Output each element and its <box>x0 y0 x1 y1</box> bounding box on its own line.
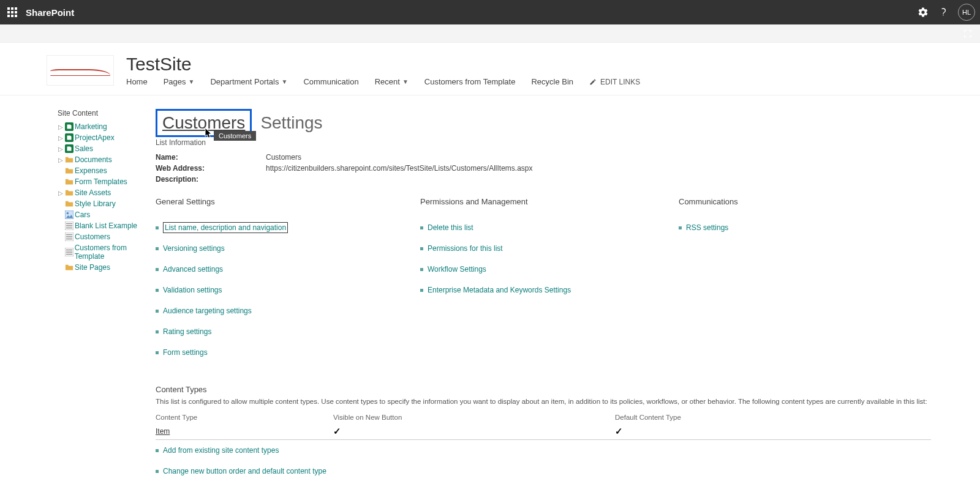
ct-col-content-type: Content Type <box>156 411 333 423</box>
tree-item-site-assets[interactable]: ▷Site Assets <box>58 187 156 198</box>
svg-rect-3 <box>7 11 10 13</box>
svg-rect-15 <box>66 223 73 225</box>
content-types-table: Content Type Visible on New Button Defau… <box>156 411 931 440</box>
nav-customers-from-template[interactable]: Customers from Template <box>424 77 516 86</box>
permissions-management-column: Permissions and Management Delete this l… <box>420 197 659 363</box>
content-types-heading: Content Types <box>156 385 931 394</box>
link-enterprise-metadata-keywords[interactable]: Enterprise Metadata and Keywords Setting… <box>428 286 571 294</box>
site-icon <box>65 144 74 153</box>
link-delete-this-list[interactable]: Delete this list <box>428 223 473 232</box>
nav-communication[interactable]: Communication <box>303 77 358 86</box>
link-change-new-button-order[interactable]: Change new button order and default cont… <box>163 467 326 475</box>
nav-recycle-bin[interactable]: Recycle Bin <box>531 77 573 86</box>
link-add-from-existing-content-types[interactable]: Add from existing site content types <box>163 446 279 455</box>
list-info-table: Name: Customers Web Address: https://cit… <box>156 152 931 185</box>
help-icon[interactable] <box>938 7 948 17</box>
link-rating-settings[interactable]: Rating settings <box>163 327 211 336</box>
tree-item-projectapex[interactable]: ▷ProjectApex <box>58 132 156 143</box>
page-title: Customers Settings <box>156 109 931 137</box>
tree-item-cars[interactable]: Cars <box>58 209 156 220</box>
svg-rect-6 <box>7 15 10 17</box>
site-icon <box>65 122 74 131</box>
app-launcher-icon[interactable] <box>5 5 20 20</box>
folder-icon <box>65 199 74 208</box>
info-description-label: Description: <box>156 175 266 184</box>
link-advanced-settings[interactable]: Advanced settings <box>163 265 223 274</box>
tree-item-sales[interactable]: ▷Sales <box>58 143 156 154</box>
svg-rect-4 <box>11 11 13 13</box>
folder-icon <box>65 263 74 272</box>
chevron-down-icon: ▼ <box>402 78 409 85</box>
link-list-name-description-navigation[interactable]: List name, description and navigation <box>163 222 288 233</box>
site-title[interactable]: TestSite <box>126 54 640 75</box>
site-icon <box>65 133 74 142</box>
expand-caret-icon[interactable]: ▷ <box>58 157 64 163</box>
nav-pages-label: Pages <box>164 77 186 86</box>
communications-column: Communications RSS settings <box>679 197 738 363</box>
svg-rect-16 <box>66 225 73 226</box>
content-types-description: This list is configured to allow multipl… <box>156 398 931 405</box>
svg-rect-20 <box>66 236 73 237</box>
top-nav: Home Pages▼ Department Portals▼ Communic… <box>126 77 640 86</box>
site-logo[interactable] <box>47 55 114 86</box>
nav-home[interactable]: Home <box>126 77 148 86</box>
tree-item-form-templates[interactable]: Form Templates <box>58 176 156 187</box>
suite-bar: SharePoint HL <box>0 0 980 24</box>
nav-department-portals[interactable]: Department Portals▼ <box>210 77 287 86</box>
tree-item-site-pages[interactable]: Site Pages <box>58 262 156 273</box>
info-name-label: Name: <box>156 153 266 162</box>
content-type-row: Item ✓ ✓ <box>156 423 931 440</box>
tree-item-documents[interactable]: ▷Documents <box>58 154 156 165</box>
suite-bar-right: HL <box>918 4 975 21</box>
avatar[interactable]: HL <box>958 4 975 21</box>
list-icon <box>65 222 74 230</box>
link-workflow-settings[interactable]: Workflow Settings <box>428 265 486 274</box>
tree-title: Site Content <box>58 109 156 117</box>
svg-rect-21 <box>66 239 73 240</box>
nav-recent[interactable]: Recent▼ <box>375 77 409 86</box>
svg-point-13 <box>67 212 69 215</box>
ct-col-default: Default Content Type <box>615 411 931 423</box>
svg-rect-17 <box>66 228 73 229</box>
edit-links-label: EDIT LINKS <box>600 78 640 86</box>
nav-pages[interactable]: Pages▼ <box>164 77 195 86</box>
tree-item-customers-from-template[interactable]: Customers from Template <box>58 242 156 262</box>
edit-links-button[interactable]: EDIT LINKS <box>589 78 640 86</box>
tree-item-marketing[interactable]: ▷Marketing <box>58 121 156 132</box>
svg-rect-5 <box>15 11 17 13</box>
link-permissions-for-this-list[interactable]: Permissions for this list <box>428 244 503 253</box>
folder-icon <box>65 166 74 175</box>
ribbon-bar <box>0 24 980 43</box>
link-versioning-settings[interactable]: Versioning settings <box>163 244 225 253</box>
expand-caret-icon[interactable]: ▷ <box>58 146 64 152</box>
expand-caret-icon[interactable]: ▷ <box>58 190 64 196</box>
site-content-tree: Site Content ▷Marketing ▷ProjectApex ▷Sa… <box>58 109 156 484</box>
nav-dept-label: Department Portals <box>210 77 279 86</box>
expand-caret-icon[interactable]: ▷ <box>58 124 64 130</box>
focus-content-icon[interactable] <box>963 29 973 39</box>
page-title-suffix: Settings <box>260 113 322 132</box>
general-settings-column: General Settings List name, description … <box>156 197 401 363</box>
svg-rect-7 <box>11 15 13 17</box>
site-header: TestSite Home Pages▼ Department Portals▼… <box>0 43 980 95</box>
tree-item-customers[interactable]: Customers <box>58 231 156 242</box>
link-rss-settings[interactable]: RSS settings <box>686 223 728 232</box>
tree-item-expenses[interactable]: Expenses <box>58 165 156 176</box>
expand-caret-icon[interactable]: ▷ <box>58 135 64 141</box>
link-form-settings[interactable]: Form settings <box>163 348 208 357</box>
ct-col-visible-new: Visible on New Button <box>333 411 615 423</box>
tree-item-style-library[interactable]: Style Library <box>58 198 156 209</box>
content-type-item-link[interactable]: Item <box>156 427 170 436</box>
tree-item-blank-list[interactable]: Blank List Example <box>58 220 156 231</box>
link-validation-settings[interactable]: Validation settings <box>163 286 222 294</box>
picture-library-icon <box>65 210 74 219</box>
tooltip: Customers <box>214 131 256 141</box>
settings-gear-icon[interactable] <box>918 7 929 18</box>
svg-rect-8 <box>15 15 17 17</box>
svg-rect-19 <box>66 234 73 236</box>
link-audience-targeting-settings[interactable]: Audience targeting settings <box>163 307 252 315</box>
info-webaddress-value: https://citizenbuilders.sharepoint.com/s… <box>266 164 533 173</box>
brand-label[interactable]: SharePoint <box>26 7 74 18</box>
info-webaddress-label: Web Address: <box>156 164 266 173</box>
info-name-value: Customers <box>266 153 301 162</box>
